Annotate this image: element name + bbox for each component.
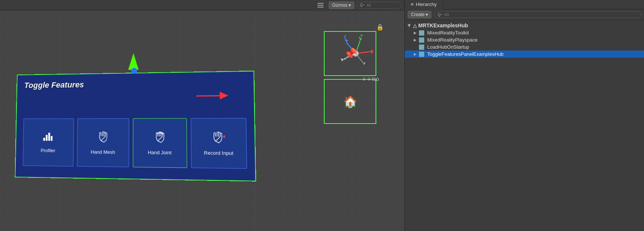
green-cone-marker xyxy=(128,53,139,70)
hand-mesh-label: Hand Mesh xyxy=(91,149,115,155)
hierarchy-tab-icon: ≡ xyxy=(411,1,414,7)
tree-label-lh: LoadHubOnStartup xyxy=(427,44,469,50)
hierarchy-tab-bar: ≡ Hierarchy xyxy=(405,0,644,9)
profiler-icon xyxy=(42,131,54,144)
tree-label-mrp: MixedRealityPlayspace xyxy=(427,37,477,43)
expand-root-icon: ▶ xyxy=(407,24,411,27)
svg-marker-22 xyxy=(223,135,225,138)
svg-point-18 xyxy=(157,133,158,134)
unity-logo-icon: △ xyxy=(413,23,417,28)
pin-icon: 📌 xyxy=(343,47,357,60)
scene-toolbar: Gizmos ▾ Q~ xyxy=(0,0,404,10)
panel-border: Toggle Features xyxy=(15,71,256,182)
create-label: Create xyxy=(411,12,425,17)
hierarchy-tree: ▶ △ MRTKExamplesHub ▶ MixedRealityToolki… xyxy=(405,20,644,231)
svg-rect-15 xyxy=(46,135,48,141)
scene-search-icon: Q~ xyxy=(360,3,365,7)
expand-mrt-icon: ▶ xyxy=(414,31,417,35)
record-input-label: Record Input xyxy=(204,150,233,156)
svg-rect-14 xyxy=(43,138,45,141)
home-button[interactable]: 🏠 xyxy=(324,79,376,124)
right-side-buttons: 📌 🏠 xyxy=(324,31,376,124)
home-icon: 🏠 xyxy=(343,95,357,108)
cube-icon-mrp xyxy=(419,37,424,43)
toggle-features-panel: Toggle Features xyxy=(15,71,256,182)
cube-icon-lh xyxy=(419,45,424,50)
gizmos-arrow-icon: ▾ xyxy=(349,3,351,8)
tree-item-root[interactable]: ▶ △ MRTKExamplesHub xyxy=(405,22,644,29)
hand-joint-button[interactable]: Hand Joint xyxy=(133,118,187,168)
expand-mrp-icon: ▶ xyxy=(414,38,417,42)
scene-search-bar[interactable]: Q~ xyxy=(356,2,401,9)
hierarchy-search-input[interactable] xyxy=(444,12,638,17)
hand-joint-label: Hand Joint xyxy=(148,150,171,156)
svg-point-19 xyxy=(158,132,160,133)
red-arrow-connector xyxy=(196,92,228,100)
hierarchy-toolbar: Create ▾ Q~ xyxy=(405,9,644,20)
blue-dot-marker xyxy=(131,68,137,74)
tree-item-mixed-reality-toolkit[interactable]: ▶ MixedRealityToolkit xyxy=(405,29,644,36)
tree-item-mixed-reality-playspace[interactable]: ▶ MixedRealityPlayspace xyxy=(405,36,644,43)
hierarchy-panel: ≡ Hierarchy Create ▾ Q~ ▶ △ MRTKExamples… xyxy=(404,0,644,231)
svg-rect-16 xyxy=(48,133,50,141)
create-button[interactable]: Create ▾ xyxy=(408,11,431,18)
hierarchy-tab-label: Hierarchy xyxy=(416,1,437,7)
scene-canvas: 🔒 Z Y X xyxy=(0,10,404,231)
panel-title: Toggle Features xyxy=(24,80,84,90)
hand-joint-icon xyxy=(154,130,165,146)
profiler-label: Profiler xyxy=(40,148,55,153)
svg-point-21 xyxy=(161,133,163,134)
expand-tf-icon: ▶ xyxy=(414,52,417,56)
record-input-button[interactable]: Record Input xyxy=(191,118,247,168)
gizmos-button[interactable]: Gizmos ▾ xyxy=(329,1,354,9)
create-arrow-icon: ▾ xyxy=(426,12,428,17)
cube-icon-tf xyxy=(419,52,424,57)
profiler-button[interactable]: Profiler xyxy=(23,118,74,166)
hand-mesh-button[interactable]: Hand Mesh xyxy=(77,118,129,167)
hand-mesh-icon xyxy=(97,130,109,146)
tree-label-root: MRTKExamplesHub xyxy=(418,22,468,28)
feature-buttons-row: Profiler Hand Mesh xyxy=(23,118,247,168)
hierarchy-search-bar[interactable]: Q~ xyxy=(434,11,641,18)
cube-icon-mrt xyxy=(419,30,424,36)
lock-icon: 🔒 xyxy=(376,24,384,31)
scene-view: Gizmos ▾ Q~ 🔒 Z Y xyxy=(0,0,404,231)
svg-point-20 xyxy=(160,132,161,134)
tree-item-toggle-features[interactable]: ▶ ToggleFeaturesPanelExamplesHub xyxy=(405,51,644,58)
pin-button[interactable]: 📌 xyxy=(324,31,376,76)
gizmos-label: Gizmos xyxy=(332,3,347,8)
svg-rect-17 xyxy=(51,136,52,141)
record-input-icon xyxy=(212,130,225,146)
hierarchy-tab[interactable]: ≡ Hierarchy xyxy=(405,0,443,9)
tree-label-mrt: MixedRealityToolkit xyxy=(427,30,469,36)
scene-search-input[interactable] xyxy=(367,3,397,7)
tree-item-load-hub[interactable]: ▶ LoadHubOnStartup xyxy=(405,43,644,51)
hierarchy-search-icon: Q~ xyxy=(438,13,443,17)
toolbar-menu-icon[interactable] xyxy=(318,3,323,7)
tree-label-tf: ToggleFeaturesPanelExamplesHub xyxy=(427,51,504,57)
